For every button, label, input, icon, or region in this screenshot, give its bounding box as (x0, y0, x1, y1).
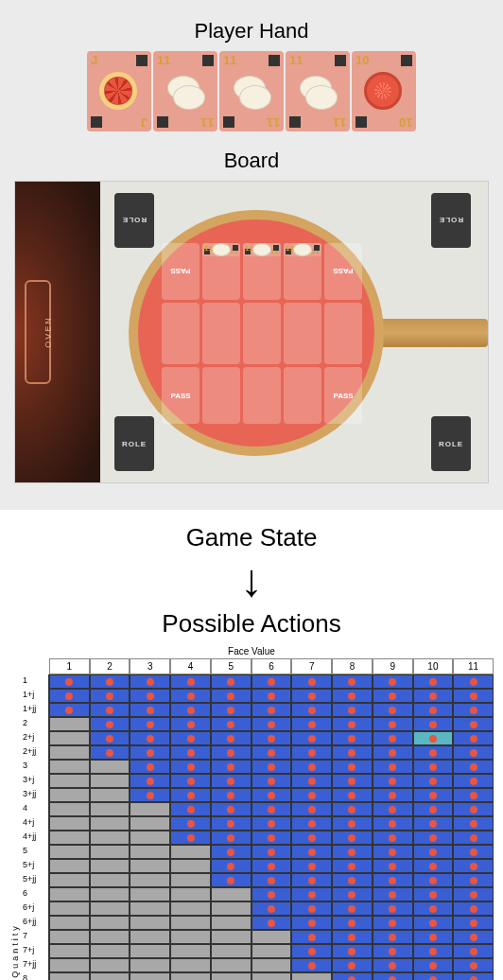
playable-dot (429, 863, 437, 870)
chart-cell (211, 816, 252, 831)
chart-cell (170, 802, 211, 816)
playable-dot (429, 891, 437, 899)
playable-dot (106, 678, 113, 686)
playable-dot (268, 692, 275, 700)
chart-cell (211, 972, 252, 980)
playable-dot (308, 792, 316, 799)
chart-cell (373, 731, 413, 745)
playable-dot (227, 778, 234, 785)
playable-dot (227, 735, 234, 743)
playable-dot (147, 678, 154, 686)
playable-dot (348, 692, 356, 700)
chart-cell (332, 689, 373, 703)
playable-dot (470, 763, 477, 771)
chart-cell (170, 774, 211, 788)
chart-cell (130, 901, 170, 916)
chart-row-header: 5+j (21, 859, 49, 873)
playable-dot (470, 934, 477, 941)
playable-dot (470, 834, 477, 842)
chart-cell (373, 717, 413, 731)
chart-cell (130, 887, 170, 901)
chart-cell (90, 845, 130, 859)
chart-cell (332, 873, 373, 887)
chart-cell (90, 930, 130, 944)
playable-dot (389, 678, 396, 686)
chart-cell (332, 831, 373, 845)
playable-dot (348, 778, 356, 785)
chart-cell (332, 703, 373, 717)
chart-ylabel: Quantity (9, 658, 21, 980)
playable-dot (348, 863, 356, 870)
chart-cell (49, 972, 90, 980)
chart-cell (90, 788, 130, 802)
chart-cell (373, 972, 413, 980)
playable-dot (348, 934, 356, 941)
chart-cell (413, 703, 454, 717)
chart-cell (252, 930, 292, 944)
playable-dot (308, 763, 316, 771)
chart-cell (49, 816, 90, 831)
playable-dot (147, 692, 154, 700)
chart-cell (211, 873, 252, 887)
chart-cell (211, 887, 252, 901)
pass-slot: PASS (162, 243, 199, 300)
chart-cell (49, 717, 90, 731)
playable-dot (389, 934, 396, 941)
playable-dot (268, 707, 275, 714)
chart-cell (252, 887, 292, 901)
chart-cell (413, 774, 454, 788)
playable-dot (227, 849, 234, 856)
chart-cell (130, 944, 170, 958)
board-card: 1111 (243, 243, 281, 256)
card-value: 11 (267, 115, 280, 130)
chart-cell (49, 958, 90, 972)
chart-cell (252, 972, 292, 980)
chart-cell (453, 674, 494, 689)
chart-row-header: 7+jj (21, 958, 49, 972)
chart-cell (332, 717, 373, 731)
chart-cell (211, 802, 252, 816)
chart-cell (373, 674, 413, 689)
playable-dot (187, 707, 195, 714)
chart-cell (252, 703, 292, 717)
qr-icon (401, 55, 412, 66)
playable-dot (348, 919, 356, 927)
qr-icon (314, 245, 320, 251)
chart-row-header: 4+j (21, 816, 49, 831)
chart-cell (170, 760, 211, 774)
playable-dot (268, 721, 275, 728)
chart-cell (332, 788, 373, 802)
mozzarella-icon (293, 243, 312, 256)
playable-dot (389, 891, 396, 899)
chart-cell (291, 703, 332, 717)
chart-cell (291, 859, 332, 873)
playable-dot (429, 692, 437, 700)
chart-row-header: 4 (21, 802, 49, 816)
chart-cell (49, 774, 90, 788)
chart-row-header: 1+jj (21, 703, 49, 717)
chart-cell (413, 916, 454, 930)
chart-cell (413, 887, 454, 901)
playable-dot (389, 962, 396, 970)
playable-dot (348, 948, 356, 955)
playable-dot (268, 863, 275, 870)
chart-cell (49, 674, 90, 689)
chart-cell (252, 788, 292, 802)
chart-row-header: 6+j (21, 901, 49, 916)
chart-cell (252, 845, 292, 859)
mozzarella-icon (165, 72, 203, 110)
qr-icon (335, 55, 346, 66)
playable-dot (429, 934, 437, 941)
playable-dot (348, 792, 356, 799)
playable-dot (348, 678, 356, 686)
playable-dot (268, 735, 275, 743)
playable-dot (348, 721, 356, 728)
chart-cell (90, 944, 130, 958)
chart-cell (90, 901, 130, 916)
chart-row-header: 4+jj (21, 831, 49, 845)
playable-dot (187, 749, 195, 757)
chart-col-header: 10 (413, 658, 454, 674)
chart-row-header: 7+j (21, 944, 49, 958)
chart-cell (291, 887, 332, 901)
oven-label: OVEN (43, 316, 53, 348)
